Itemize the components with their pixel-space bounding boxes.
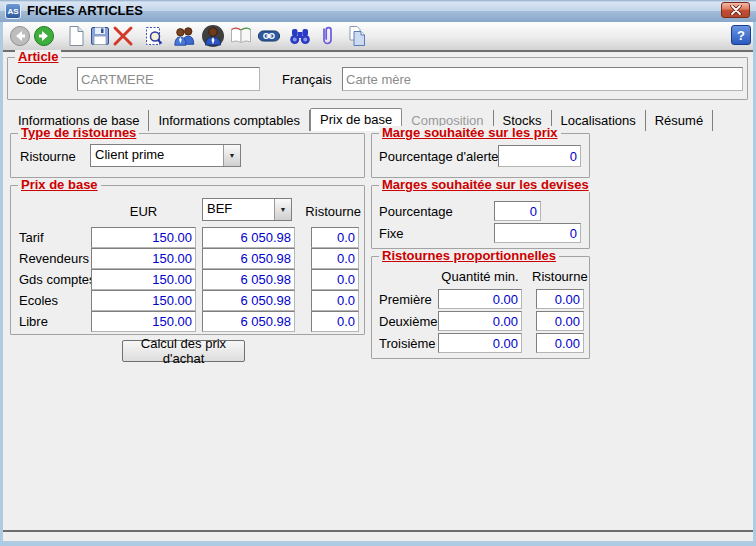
app-icon: AS (5, 3, 21, 19)
libre-eur-field[interactable] (91, 311, 196, 332)
currency-select[interactable]: BEF ▼ (202, 198, 292, 221)
deuxieme-ristourne-field[interactable] (536, 311, 584, 331)
type-ristournes-group: Type de ristournes Ristourne Client prim… (10, 133, 365, 178)
troisieme-qty-field[interactable] (438, 333, 522, 353)
code-field[interactable] (77, 67, 260, 91)
search-button[interactable] (288, 24, 312, 48)
window-title: FICHES ARTICLES (27, 3, 143, 18)
fixe-field[interactable] (494, 223, 581, 243)
book-icon (229, 25, 253, 47)
attachment-button[interactable] (315, 24, 339, 48)
premiere-qty-field[interactable] (438, 289, 522, 309)
delete-button[interactable] (111, 24, 135, 48)
bottom-strip (3, 532, 753, 541)
gds-comptes-bef-field[interactable] (202, 269, 295, 290)
gds-comptes-label: Gds comptes (19, 272, 96, 287)
currency-selected-value: BEF (203, 199, 274, 220)
application-window: AS FICHES ARTICLES (0, 0, 756, 546)
revendeurs-ristourne-field[interactable] (311, 248, 359, 269)
libre-ristourne-field[interactable] (311, 311, 359, 332)
prix-base-legend: Prix de base (18, 178, 101, 192)
save-button[interactable] (88, 24, 112, 48)
gds-comptes-eur-field[interactable] (91, 269, 196, 290)
paperclip-icon (319, 24, 335, 48)
tarif-ristourne-field[interactable] (311, 227, 359, 248)
gds-comptes-ristourne-field[interactable] (311, 269, 359, 290)
type-ristournes-legend: Type de ristournes (18, 126, 139, 140)
francais-label: Français (282, 72, 332, 87)
save-icon (89, 25, 111, 47)
fixe-label: Fixe (379, 226, 404, 241)
marges-devises-group: Marges souhaitée sur les devises Pourcen… (371, 185, 590, 249)
ecoles-ristourne-field[interactable] (311, 290, 359, 311)
prix-base-group: Prix de base EUR BEF ▼ Ristourne Tarif R… (10, 185, 365, 335)
eur-column-header: EUR (91, 204, 196, 219)
marge-prix-group: Marge souhaitée sur les prix Pourcentage… (371, 133, 590, 178)
link-icon (257, 27, 281, 45)
libre-label: Libre (19, 314, 48, 329)
article-group-legend: Article (15, 50, 61, 64)
catalog-button[interactable] (229, 24, 253, 48)
ristourne-column-header: Ristourne (305, 204, 361, 219)
ristournes-prop-group: Ristournes proportionnelles Quantité min… (371, 256, 590, 359)
tab-resume[interactable]: Résumé (646, 110, 713, 131)
link-button[interactable] (257, 24, 281, 48)
close-button[interactable] (721, 2, 750, 18)
troisieme-label: Troisième (379, 336, 436, 351)
ristourne-select[interactable]: Client prime ▼ (90, 144, 241, 167)
binoculars-icon (288, 26, 312, 46)
calcul-prix-achat-button[interactable]: Calcul des prix d'achat (122, 340, 245, 362)
libre-bef-field[interactable] (202, 311, 295, 332)
new-button[interactable] (64, 24, 88, 48)
title-bar: AS FICHES ARTICLES (0, 0, 756, 22)
forward-button[interactable] (32, 24, 56, 48)
revendeurs-eur-field[interactable] (91, 248, 196, 269)
ristourne-column-header: Ristourne (532, 269, 586, 284)
deuxieme-label: Deuxième (379, 314, 438, 329)
marges-devises-legend: Marges souhaitée sur les devises (379, 178, 592, 192)
users-icon (173, 25, 197, 47)
deuxieme-qty-field[interactable] (438, 311, 522, 331)
ristournes-prop-legend: Ristournes proportionnelles (379, 249, 559, 263)
forward-icon (33, 25, 55, 47)
ecoles-eur-field[interactable] (91, 290, 196, 311)
premiere-label: Première (379, 292, 432, 307)
pourcentage-alerte-field[interactable] (498, 145, 581, 167)
chevron-down-icon[interactable]: ▼ (274, 199, 291, 220)
marge-prix-legend: Marge souhaitée sur les prix (379, 126, 561, 140)
francais-field[interactable] (342, 67, 743, 91)
chevron-down-icon[interactable]: ▼ (223, 145, 240, 166)
tarif-bef-field[interactable] (202, 227, 295, 248)
user-icon (201, 24, 225, 48)
tab-informations-comptables[interactable]: Informations comptables (149, 110, 310, 131)
close-icon (730, 5, 742, 15)
contact-button[interactable] (201, 24, 225, 48)
troisieme-ristourne-field[interactable] (536, 333, 584, 353)
tab-localisations[interactable]: Localisations (552, 110, 646, 131)
code-label: Code (16, 72, 47, 87)
form-content: Article Code Français Informations de ba… (3, 52, 753, 530)
preview-button[interactable] (142, 24, 166, 48)
ristourne-label: Ristourne (20, 149, 76, 164)
tarif-eur-field[interactable] (91, 227, 196, 248)
revendeurs-label: Revendeurs (19, 251, 89, 266)
toolbar: ? (3, 22, 753, 50)
tarif-label: Tarif (19, 230, 44, 245)
article-group: Article Code Français (7, 57, 748, 100)
delete-icon (111, 24, 135, 48)
ristourne-selected-value: Client prime (91, 145, 223, 166)
pourcentage-field[interactable] (494, 201, 541, 221)
back-button[interactable] (8, 24, 32, 48)
clients-button[interactable] (173, 24, 197, 48)
revendeurs-bef-field[interactable] (202, 248, 295, 269)
ecoles-bef-field[interactable] (202, 290, 295, 311)
back-icon (9, 25, 31, 47)
pourcentage-label: Pourcentage (379, 204, 453, 219)
help-button[interactable]: ? (731, 25, 751, 45)
new-document-icon (66, 25, 86, 47)
pourcentage-alerte-label: Pourcentage d'alerte (379, 149, 499, 164)
ecoles-label: Ecoles (19, 293, 58, 308)
copy-icon (345, 24, 369, 48)
premiere-ristourne-field[interactable] (536, 289, 584, 309)
copy-button[interactable] (345, 24, 369, 48)
